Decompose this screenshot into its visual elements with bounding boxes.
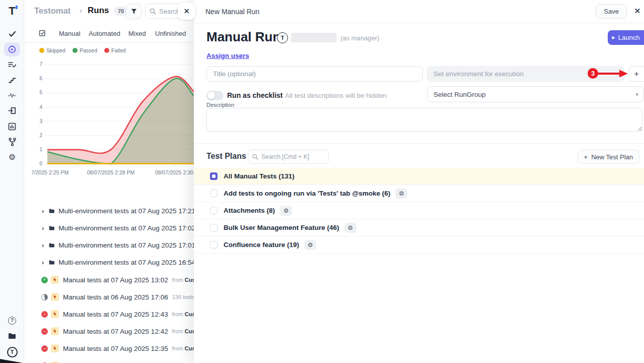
annotation-arrow — [596, 69, 628, 78]
breadcrumb-separator: › — [80, 6, 82, 15]
skipped-dot — [39, 48, 44, 53]
legend-passed: Passed — [73, 47, 97, 53]
test-plan-row[interactable]: All Manual Tests (131) — [194, 168, 644, 185]
folder-row[interactable]: › Multi-environment tests at 07 Aug 2025… — [24, 254, 195, 271]
test-plans-heading: Test Plans — [206, 152, 246, 161]
pulse-icon[interactable] — [0, 91, 24, 99]
run-row[interactable]: – Manual tests at 07 Aug 2025 12:42 from… — [24, 323, 195, 340]
checkbox-checked[interactable] — [210, 172, 218, 180]
runs-area-chart: 7 6 5 4 3 2 1 0 7/2025 2:25 PM 08/07/202… — [30, 55, 194, 179]
failed-status-icon: – — [41, 311, 48, 318]
folder-icon — [49, 259, 55, 266]
save-button[interactable]: Save — [596, 4, 627, 19]
filter-button[interactable] — [126, 4, 142, 19]
search-icon — [252, 154, 258, 160]
svg-text:0: 0 — [39, 161, 42, 166]
breadcrumb-app[interactable]: Testomat — [34, 6, 70, 16]
import-icon[interactable] — [0, 106, 24, 115]
chart-legend: Skipped Passed Failed — [39, 47, 126, 53]
svg-text:6: 6 — [39, 76, 42, 81]
chevron-down-icon: ▾ — [635, 91, 638, 98]
run-row[interactable]: – Manual tests at 07 Aug 2025 12:43 from… — [24, 306, 195, 323]
settings-gear-icon[interactable]: ⚙ — [0, 153, 24, 162]
legend-failed: Failed — [104, 47, 126, 53]
manager-avatar: T — [277, 32, 288, 43]
folder-row[interactable]: › Multi-environment tests at 07 Aug 2025… — [24, 236, 195, 254]
description-textarea[interactable] — [206, 108, 642, 132]
panel-edge-close-button[interactable]: ✕ — [178, 3, 195, 20]
new-test-plan-button[interactable]: +New Test Plan — [578, 150, 639, 164]
runs-play-icon-active[interactable] — [0, 42, 24, 57]
checkbox-unchecked[interactable] — [210, 207, 218, 214]
rungroup-select[interactable]: Select RunGroup▾ — [427, 86, 644, 102]
chevron-right-icon[interactable]: › — [42, 259, 46, 266]
branch-icon[interactable] — [0, 137, 24, 146]
new-manual-run-panel: ✕ New Manual Run Save ✕ Manual Run T (as… — [194, 0, 644, 363]
folder-icon — [49, 225, 55, 231]
tests-check-icon[interactable] — [0, 29, 24, 38]
run-title-heading: Manual Run — [206, 29, 280, 45]
test-plans-search-box[interactable] — [248, 150, 329, 164]
folder-icon — [49, 208, 55, 214]
svg-text:3: 3 — [39, 118, 42, 124]
manual-run-icon — [51, 344, 59, 352]
folder-row[interactable]: › Multi-environment tests at 07 Aug 2025… — [24, 202, 195, 219]
launch-button[interactable]: ▶Launch — [608, 30, 644, 45]
manager-note: (as manager) — [340, 34, 379, 42]
chevron-right-icon[interactable]: › — [42, 207, 46, 215]
runs-tabbar: Manual Automated Mixed Unfinished — [24, 25, 194, 43]
tab-unfinished[interactable]: Unfinished — [155, 30, 186, 37]
tab-mixed[interactable]: Mixed — [128, 30, 146, 37]
failed-status-icon: – — [41, 345, 48, 352]
manual-run-icon — [51, 310, 59, 318]
docs-folder-icon[interactable] — [0, 332, 24, 340]
checkbox-unchecked[interactable] — [210, 224, 218, 231]
help-icon[interactable]: ? — [0, 316, 24, 325]
checklist-hint: All test descriptions will be hidden — [285, 92, 387, 99]
chevron-right-icon[interactable]: › — [42, 241, 46, 249]
play-icon: ▶ — [612, 35, 615, 40]
testomat-logo-icon[interactable]: T — [0, 4, 24, 18]
run-as-checklist-toggle[interactable] — [206, 91, 224, 100]
plan-settings-gear-icon[interactable]: ⚙ — [395, 189, 407, 199]
run-row[interactable]: Manual tests at 06 Aug 2025 17:06 136 te… — [24, 288, 195, 306]
chevron-right-icon[interactable]: › — [42, 224, 46, 232]
test-plans-checklist-icon[interactable] — [0, 60, 24, 69]
steps-icon[interactable] — [0, 76, 24, 84]
plan-settings-gear-icon[interactable]: ⚙ — [280, 206, 292, 216]
tab-manual[interactable]: Manual — [59, 30, 81, 37]
run-title-input[interactable] — [206, 66, 423, 82]
folder-row[interactable]: › Multi-environment tests at 07 Aug 2025… — [24, 219, 195, 236]
analytics-bar-chart-icon[interactable] — [0, 122, 24, 131]
assign-users-link[interactable]: Assign users — [206, 52, 249, 59]
checkbox-unchecked[interactable] — [210, 241, 218, 249]
plan-settings-gear-icon[interactable]: ⚙ — [344, 223, 356, 233]
panel-header: New Manual Run Save ✕ — [194, 0, 644, 23]
test-plan-row[interactable]: Add tests to ongoing run via 'Tests' tab… — [194, 185, 644, 202]
manual-run-icon — [51, 293, 59, 301]
test-plan-row[interactable]: Confluence feature (19) ⚙ — [194, 236, 644, 254]
test-plan-row[interactable]: Attachments (8) ⚙ — [194, 202, 644, 219]
close-panel-icon[interactable]: ✕ — [634, 7, 640, 16]
run-row-partial[interactable]: – — [24, 357, 195, 363]
passed-dot — [73, 48, 78, 53]
test-plan-row[interactable]: Bulk User Management Feature (46) ⚙ — [194, 219, 644, 236]
run-row[interactable]: ✓ Manual tests at 07 Aug 2025 13:02 from… — [24, 271, 195, 288]
svg-text:2: 2 — [39, 133, 42, 138]
description-label: Description — [206, 102, 234, 108]
folder-icon — [49, 242, 55, 249]
testomat-bottom-logo-icon[interactable]: T — [0, 346, 24, 357]
breadcrumb-page[interactable]: Runs — [88, 6, 109, 16]
run-row[interactable]: – Manual tests at 07 Aug 2025 12:35 from… — [24, 340, 195, 357]
batch-select-icon[interactable] — [39, 29, 46, 39]
funnel-icon — [130, 8, 137, 15]
passed-status-icon: ✓ — [41, 277, 48, 283]
plan-settings-gear-icon[interactable]: ⚙ — [304, 240, 316, 250]
checkbox-unchecked[interactable] — [210, 190, 218, 197]
svg-text:7: 7 — [39, 62, 42, 67]
app-window: T ⚙ ? T — [0, 0, 644, 363]
add-environment-button[interactable]: + — [628, 66, 644, 82]
tab-automated[interactable]: Automated — [89, 30, 120, 37]
test-plans-search-input[interactable] — [261, 153, 319, 160]
legend-skipped: Skipped — [39, 47, 65, 53]
